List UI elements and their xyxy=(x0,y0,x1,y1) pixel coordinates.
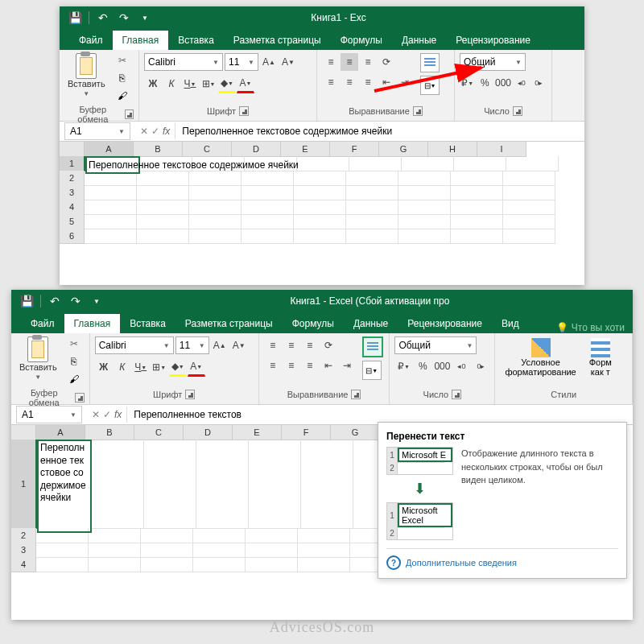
tab-home[interactable]: Главная xyxy=(64,314,121,333)
cell[interactable] xyxy=(294,229,346,244)
cell[interactable] xyxy=(294,200,346,215)
tab-data[interactable]: Данные xyxy=(344,314,398,333)
font-color-button[interactable]: A▼ xyxy=(237,74,254,93)
cell[interactable] xyxy=(398,171,451,186)
col-header[interactable]: E xyxy=(281,142,330,157)
row-header[interactable]: 2 xyxy=(11,528,36,543)
cell[interactable] xyxy=(89,528,141,543)
tab-formulas[interactable]: Формулы xyxy=(331,31,392,50)
paste-button[interactable]: Вставить ▼ xyxy=(64,53,109,99)
name-box[interactable]: A1▼ xyxy=(64,122,130,140)
row-header[interactable]: 6 xyxy=(60,229,85,244)
col-header[interactable]: D xyxy=(184,425,233,440)
cell[interactable] xyxy=(137,171,189,186)
indent-inc-icon[interactable]: ⇥ xyxy=(396,73,414,91)
accounting-icon[interactable]: ₽▼ xyxy=(394,357,412,375)
tab-file[interactable]: Файл xyxy=(21,314,64,333)
orientation-icon[interactable]: ⟳ xyxy=(378,53,395,71)
cell[interactable] xyxy=(451,171,503,186)
cell[interactable] xyxy=(298,543,350,558)
orientation-icon[interactable]: ⟳ xyxy=(320,336,337,354)
underline-button[interactable]: Ч ▼ xyxy=(181,75,199,93)
align-left-icon[interactable]: ≡ xyxy=(322,73,340,91)
inc-decimal-icon[interactable]: ◂0 xyxy=(452,357,470,375)
cut-icon[interactable]: ✂ xyxy=(115,53,130,68)
row-header[interactable]: 3 xyxy=(11,543,36,558)
cell[interactable] xyxy=(242,185,294,200)
tab-review[interactable]: Рецензирование xyxy=(398,314,492,333)
italic-button[interactable]: К xyxy=(114,358,131,376)
align-launcher[interactable] xyxy=(413,106,423,116)
cell[interactable] xyxy=(85,229,137,244)
cell[interactable] xyxy=(346,200,398,215)
cell[interactable] xyxy=(193,543,246,558)
shrink-font-icon[interactable]: A▼ xyxy=(230,336,248,354)
cell[interactable] xyxy=(242,171,294,186)
enter-formula-icon[interactable]: ✓ xyxy=(151,126,159,137)
save-icon[interactable]: 💾 xyxy=(19,294,34,308)
cell[interactable]: Переполненное текстовое содержимое ячейк… xyxy=(85,156,140,174)
merge-button[interactable]: ⊟▼ xyxy=(420,76,440,95)
col-header[interactable]: A xyxy=(36,425,85,441)
align-top-icon[interactable]: ≡ xyxy=(322,53,340,71)
align-top-icon[interactable]: ≡ xyxy=(264,336,282,354)
font-color-button[interactable]: A▼ xyxy=(188,357,205,377)
cell[interactable] xyxy=(137,214,189,229)
cancel-formula-icon[interactable]: ✕ xyxy=(140,126,148,137)
cell[interactable] xyxy=(189,171,242,186)
copy-icon[interactable]: ⎘ xyxy=(115,71,130,85)
cell[interactable] xyxy=(294,185,346,200)
italic-button[interactable]: К xyxy=(163,75,180,93)
cell[interactable] xyxy=(346,171,398,186)
align-middle-icon[interactable]: ≡ xyxy=(283,336,300,354)
col-header[interactable]: A xyxy=(85,142,134,158)
cell[interactable] xyxy=(298,557,350,572)
copy-icon[interactable]: ⎘ xyxy=(67,354,81,369)
formula-input[interactable]: Переполненное текстов xyxy=(126,407,633,423)
bold-button[interactable]: Ж xyxy=(95,358,113,376)
dec-decimal-icon[interactable]: 0▸ xyxy=(531,74,547,92)
undo-icon[interactable]: ↶ xyxy=(96,10,110,25)
font-launcher[interactable] xyxy=(239,106,249,116)
col-header[interactable]: I xyxy=(477,142,526,157)
col-header[interactable]: G xyxy=(379,142,428,157)
tab-insert[interactable]: Вставка xyxy=(168,31,224,50)
cell[interactable] xyxy=(346,185,398,200)
cell[interactable] xyxy=(503,214,555,229)
tab-page-layout[interactable]: Разметка страницы xyxy=(175,314,283,333)
indent-inc-icon[interactable]: ⇥ xyxy=(338,357,356,374)
cell[interactable] xyxy=(189,214,242,229)
cell[interactable] xyxy=(451,185,503,200)
format-as-table-button[interactable]: Форм как т xyxy=(584,336,617,378)
underline-button[interactable]: Ч ▼ xyxy=(132,358,150,376)
percent-icon[interactable]: % xyxy=(414,357,431,375)
cell[interactable] xyxy=(242,229,294,244)
number-launcher[interactable] xyxy=(452,390,461,399)
indent-dec-icon[interactable]: ⇤ xyxy=(378,73,395,91)
cell[interactable] xyxy=(137,200,189,215)
fill-color-button[interactable]: ◆▼ xyxy=(169,357,187,377)
cell[interactable] xyxy=(246,557,298,572)
tab-data[interactable]: Данные xyxy=(392,31,446,50)
tab-page-layout[interactable]: Разметка страницы xyxy=(224,31,331,50)
cell[interactable] xyxy=(506,156,559,171)
tab-view[interactable]: Вид xyxy=(492,314,529,333)
row-header[interactable]: 4 xyxy=(11,557,36,572)
bold-button[interactable]: Ж xyxy=(144,75,162,93)
row-header[interactable]: 5 xyxy=(60,214,85,229)
redo-icon[interactable]: ↷ xyxy=(117,10,131,25)
font-name-combo[interactable]: Calibri▼ xyxy=(144,53,223,71)
cell[interactable] xyxy=(246,528,298,543)
undo-icon[interactable]: ↶ xyxy=(47,294,62,308)
select-all-corner[interactable] xyxy=(60,142,85,157)
cell[interactable] xyxy=(398,214,451,229)
cell[interactable] xyxy=(89,543,141,558)
format-painter-icon[interactable]: 🖌 xyxy=(67,372,81,386)
comma-icon[interactable]: 000 xyxy=(433,357,451,375)
comma-icon[interactable]: 000 xyxy=(494,74,512,92)
cell[interactable] xyxy=(398,185,451,200)
formula-input[interactable]: Переполненное текстовое содержимое ячейк… xyxy=(175,123,584,139)
percent-icon[interactable]: % xyxy=(477,74,493,92)
cell[interactable] xyxy=(346,229,398,244)
cell[interactable] xyxy=(137,185,189,200)
